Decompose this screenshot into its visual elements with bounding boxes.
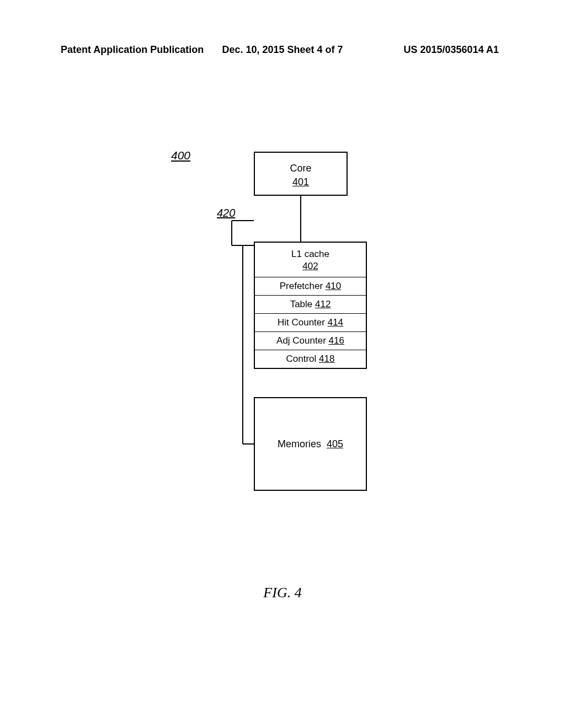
prefetcher-ref: 410 <box>326 281 341 291</box>
adj-label: Adj Counter <box>276 335 326 346</box>
prefetcher-label: Prefetcher <box>280 281 323 291</box>
table-label: Table <box>290 299 313 309</box>
header-right: US 2015/0356014 A1 <box>404 44 499 56</box>
control-label: Control <box>286 354 317 364</box>
header-left: Patent Application Publication <box>61 44 204 56</box>
core-title: Core <box>255 162 347 175</box>
core-ref: 401 <box>255 175 347 189</box>
l1-cache-row: L1 cache 402 <box>255 243 366 277</box>
prefetcher-row: Prefetcher 410 <box>255 277 366 296</box>
memories-ref: 405 <box>327 438 343 450</box>
control-ref: 418 <box>319 354 334 364</box>
adj-counter-row: Adj Counter 416 <box>255 332 366 350</box>
figure-ref-400: 400 <box>171 149 190 162</box>
figure-caption: FIG. 4 <box>263 585 301 601</box>
l1-ref: 402 <box>302 261 318 271</box>
adj-ref: 416 <box>329 335 344 346</box>
header-center: Dec. 10, 2015 Sheet 4 of 7 <box>222 44 343 56</box>
core-block: Core 401 <box>254 152 348 196</box>
cache-prefetcher-stack: L1 cache 402 Prefetcher 410 Table 412 Hi… <box>254 242 367 369</box>
memories-label: Memories <box>278 438 321 450</box>
table-row: Table 412 <box>255 296 366 314</box>
figure-ref-420: 420 <box>217 207 235 220</box>
page-header: Patent Application Publication Dec. 10, … <box>0 44 565 56</box>
hit-counter-row: Hit Counter 414 <box>255 314 366 332</box>
hit-label: Hit Counter <box>278 317 325 328</box>
table-ref: 412 <box>315 299 331 309</box>
l1-title: L1 cache <box>255 248 366 260</box>
memories-block: Memories 405 <box>254 397 367 491</box>
hit-ref: 414 <box>328 317 343 328</box>
control-row: Control 418 <box>255 350 366 368</box>
